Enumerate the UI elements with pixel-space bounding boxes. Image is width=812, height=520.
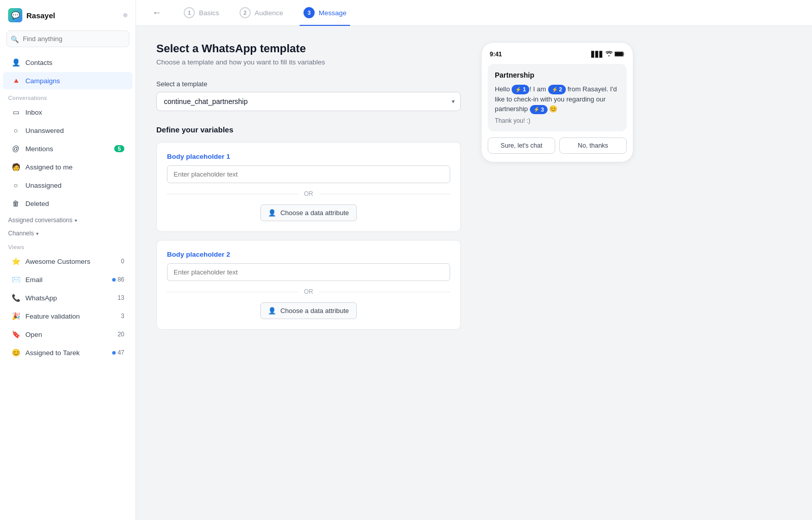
template-selected-value: continue_chat_partnership xyxy=(164,97,248,106)
email-count: 86 xyxy=(112,276,124,283)
deleted-icon: 🗑 xyxy=(11,199,20,208)
sidebar-item-label: Assigned to Tarek xyxy=(25,349,80,357)
sidebar-item-email[interactable]: ✉️ Email 86 xyxy=(3,271,132,288)
step-label: Audience xyxy=(255,9,283,17)
sidebar-item-open[interactable]: 🔖 Open 20 xyxy=(3,326,132,343)
status-time: 9:41 xyxy=(490,51,502,58)
sidebar-item-assigned-to-tarek[interactable]: 😊 Assigned to Tarek 47 xyxy=(3,344,132,361)
placeholder-title-2: Body placeholder 2 xyxy=(167,251,450,258)
step-nav: 1 Basics 2 Audience 3 Message xyxy=(174,7,357,18)
brand: 💬 Rasayel xyxy=(8,8,55,22)
sidebar-item-label: Contacts xyxy=(25,59,52,66)
assigned-conversations-toggle[interactable]: Assigned conversations ▾ xyxy=(0,213,136,226)
contacts-icon: 👤 xyxy=(11,58,20,67)
content-area: Select a WhatsApp template Choose a temp… xyxy=(136,26,812,520)
signal-icon: ▋▋▋ xyxy=(591,51,603,58)
placeholder-input-2[interactable] xyxy=(167,263,450,281)
sidebar-item-label: Campaigns xyxy=(25,77,60,85)
chat-message: Hello ⚡1! I am ⚡2 from Rasayel. I'd like… xyxy=(495,84,620,114)
unassigned-icon: ○ xyxy=(11,181,20,190)
step-message[interactable]: 3 Message xyxy=(293,7,357,18)
step-circle-3: 3 xyxy=(303,7,315,18)
sidebar-item-label: Assigned to me xyxy=(25,163,73,171)
awesome-customers-count: 0 xyxy=(121,258,124,265)
sidebar-item-campaigns[interactable]: 🔺 Campaigns xyxy=(3,72,132,89)
placeholder-title-1: Body placeholder 1 xyxy=(167,153,450,160)
sidebar-item-label: Inbox xyxy=(25,109,42,116)
chat-bubble: Partnership Hello ⚡1! I am ⚡2 from Rasay… xyxy=(488,64,627,131)
step-basics[interactable]: 1 Basics xyxy=(174,7,229,18)
views-section-label: Views xyxy=(0,239,136,252)
back-button[interactable]: ← xyxy=(152,8,161,18)
mentions-icon: @ xyxy=(11,144,20,153)
step-label: Basics xyxy=(199,9,219,17)
select-template-label: Select a template xyxy=(156,80,461,88)
sidebar-item-label: WhatsApp xyxy=(25,294,57,302)
sidebar-item-label: Unanswered xyxy=(25,127,64,134)
chevron-down-icon: ▾ xyxy=(36,231,39,236)
channels-toggle[interactable]: Channels ▾ xyxy=(0,226,136,239)
search-input[interactable] xyxy=(6,30,129,47)
chevron-down-icon: ▾ xyxy=(75,218,77,223)
preview-panel: 9:41 ▋▋▋ xyxy=(481,42,633,504)
choose-data-attribute-button-2[interactable]: 👤 Choose a data attribute xyxy=(260,302,356,319)
var-badge-2: ⚡2 xyxy=(548,85,566,94)
sidebar-item-unanswered[interactable]: ○ Unanswered xyxy=(3,122,132,139)
status-dot xyxy=(123,13,127,17)
placeholder-card-2: Body placeholder 2 OR 👤 Choose a data at… xyxy=(156,240,461,330)
step-label: Message xyxy=(319,9,347,17)
var-badge-1: ⚡1 xyxy=(512,85,529,94)
sidebar-item-feature-validation[interactable]: 🎉 Feature validation 3 xyxy=(3,307,132,325)
thank-you-text: Thank you! :) xyxy=(495,117,620,124)
phone-mockup: 9:41 ▋▋▋ xyxy=(481,42,633,162)
tarek-icon: 😊 xyxy=(11,348,20,357)
placeholder-card-1: Body placeholder 1 OR 👤 Choose a data at… xyxy=(156,142,461,232)
sidebar-item-inbox[interactable]: ▭ Inbox xyxy=(3,103,132,121)
brand-icon: 💬 xyxy=(8,8,22,22)
chat-actions: Sure, let's chat No, thanks xyxy=(488,137,627,154)
template-select[interactable]: continue_chat_partnership xyxy=(156,92,461,111)
sidebar-item-label: Awesome Customers xyxy=(25,258,90,265)
wifi-icon xyxy=(605,51,613,58)
action-sure[interactable]: Sure, let's chat xyxy=(488,137,555,154)
inbox-icon: ▭ xyxy=(11,108,20,117)
phone-status-bar: 9:41 ▋▋▋ xyxy=(488,51,627,64)
action-no[interactable]: No, thanks xyxy=(559,137,627,154)
mentions-badge: 5 xyxy=(114,145,124,152)
sidebar-item-label: Unassigned xyxy=(25,182,61,189)
sidebar-item-label: Deleted xyxy=(25,200,49,207)
var-badge-3: ⚡3 xyxy=(530,105,548,115)
form-panel: Select a WhatsApp template Choose a temp… xyxy=(156,42,461,504)
template-select-wrapper[interactable]: continue_chat_partnership ▾ xyxy=(156,92,461,111)
sidebar-header: 💬 Rasayel xyxy=(0,0,136,28)
sidebar-item-assigned-to-me[interactable]: 🧑 Assigned to me xyxy=(3,158,132,176)
assigned-to-me-icon: 🧑 xyxy=(11,162,20,171)
sidebar-item-whatsapp[interactable]: 📞 WhatsApp 13 xyxy=(3,289,132,306)
star-icon: ⭐ xyxy=(11,257,20,266)
sidebar-item-mentions[interactable]: @ Mentions 5 xyxy=(3,140,132,157)
open-icon: 🔖 xyxy=(11,330,20,339)
tarek-count: 47 xyxy=(112,349,124,356)
whatsapp-icon: 📞 xyxy=(11,293,20,302)
sidebar-item-label: Open xyxy=(25,331,42,338)
sidebar-item-label: Mentions xyxy=(25,145,53,153)
define-variables-label: Define your variables xyxy=(156,125,461,134)
email-icon: ✉️ xyxy=(11,275,20,284)
feature-count: 3 xyxy=(121,313,124,320)
sidebar-item-deleted[interactable]: 🗑 Deleted xyxy=(3,195,132,212)
main-content: ← 1 Basics 2 Audience 3 Message Select a… xyxy=(136,0,812,520)
choose-data-attribute-button-1[interactable]: 👤 Choose a data attribute xyxy=(260,204,356,221)
search-box[interactable]: 🔍 xyxy=(6,30,129,47)
placeholder-input-1[interactable] xyxy=(167,165,450,183)
search-icon: 🔍 xyxy=(11,35,19,43)
sidebar-item-contacts[interactable]: 👤 Contacts xyxy=(3,54,132,71)
step-audience[interactable]: 2 Audience xyxy=(229,7,293,18)
whatsapp-count: 13 xyxy=(118,294,124,301)
conversations-section-label: Conversations xyxy=(0,90,136,103)
svg-rect-1 xyxy=(615,52,623,55)
sidebar-item-unassigned[interactable]: ○ Unassigned xyxy=(3,177,132,194)
chat-title: Partnership xyxy=(495,71,620,79)
sidebar-item-label: Feature validation xyxy=(25,313,80,320)
status-icons: ▋▋▋ xyxy=(591,51,625,58)
sidebar-item-awesome-customers[interactable]: ⭐ Awesome Customers 0 xyxy=(3,253,132,270)
